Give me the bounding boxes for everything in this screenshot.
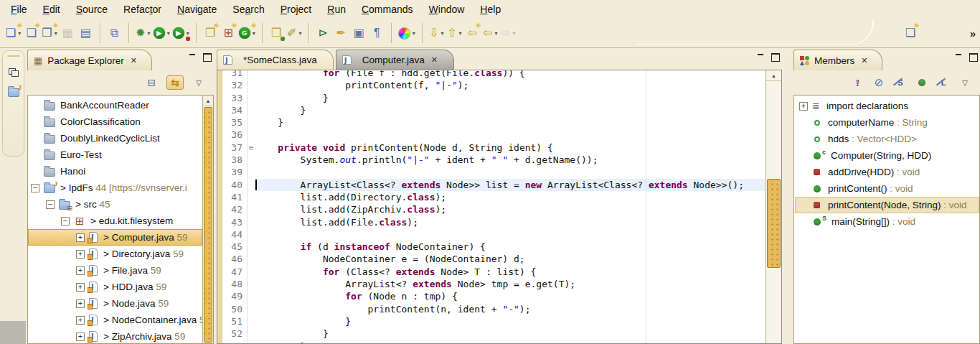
code-line-48[interactable]: 48 ArrayList<? extends Node> tmp = e.get… xyxy=(223,278,765,290)
editor-tab-computer[interactable]: J Computer.java ✕ xyxy=(336,50,454,70)
minimize-icon[interactable] xyxy=(757,53,765,61)
run-external-icon[interactable]: ▶▾ xyxy=(171,23,191,43)
show-whitespace-icon[interactable]: ¶ xyxy=(368,23,386,43)
line-number[interactable]: 34 xyxy=(223,104,248,116)
expand-toggle-icon[interactable]: + xyxy=(76,283,85,292)
link-with-editor-icon[interactable]: ⇆ xyxy=(166,75,184,90)
new-project-icon[interactable]: ❏✦ xyxy=(22,23,40,43)
member-item-computername[interactable]: computerName : String xyxy=(795,114,979,131)
package-explorer-tab[interactable]: ▦ Package Explorer ✕ xyxy=(27,50,152,70)
menu-edit[interactable]: Edit xyxy=(35,1,68,17)
code-line-52[interactable]: 52 } xyxy=(223,327,765,340)
line-number[interactable]: 39 xyxy=(223,166,248,178)
code-line-46[interactable]: 46 NodeContainer e = (NodeContainer) d; xyxy=(223,253,765,265)
maximize-icon[interactable] xyxy=(203,53,212,61)
close-icon[interactable]: ✕ xyxy=(431,55,438,65)
menu-navigate[interactable]: Navigate xyxy=(169,1,225,17)
member-item-adddrive-hdd[interactable]: addDrive(HDD) : void xyxy=(795,164,979,180)
code-line-49[interactable]: 49 for (Node n : tmp) { xyxy=(223,290,765,302)
show-selected-element-icon[interactable]: ▣ xyxy=(350,23,368,43)
code-line-47[interactable]: 47 for (Class<? extends Node> T : list) … xyxy=(223,266,765,278)
code-line-44[interactable]: 44 xyxy=(223,228,765,241)
dropdown-arrow-icon[interactable]: ▾ xyxy=(18,30,21,37)
minimize-icon[interactable] xyxy=(955,53,963,61)
tree-item-src[interactable]: −⊞> src 45 xyxy=(28,196,202,213)
code-line-40[interactable]: 40 ArrayList<Class<? extends Node>> list… xyxy=(223,179,765,191)
copy-resource-icon[interactable]: ⧉ xyxy=(105,23,123,43)
expand-toggle-icon[interactable]: + xyxy=(76,316,85,325)
code-line-38[interactable]: 38 System.out.println("|-" + ident + " "… xyxy=(223,154,765,166)
line-number[interactable]: 36 xyxy=(223,129,248,141)
dropdown-arrow-icon[interactable]: ▾ xyxy=(55,30,57,37)
expand-toggle-icon[interactable]: − xyxy=(31,184,39,192)
fold-marker-icon[interactable]: ⊖ xyxy=(248,141,255,154)
hide-fields-icon[interactable]: ⊘ xyxy=(872,75,885,90)
expand-toggle-icon[interactable]: + xyxy=(799,102,808,111)
dropdown-arrow-icon[interactable]: ▾ xyxy=(187,30,189,37)
line-number[interactable]: 44 xyxy=(223,228,248,241)
code-line-37[interactable]: 37⊖ private void printContent(Node d, St… xyxy=(223,141,765,154)
tree-item-ziparchiv-java[interactable]: +J> ZipArchiv.java 59 xyxy=(28,328,202,343)
line-number[interactable]: 50 xyxy=(223,303,248,315)
back-icon[interactable]: ⇦▾ xyxy=(481,23,499,43)
tree-item-edu-kit-filesystem[interactable]: −⊞> edu.kit.filesystem xyxy=(28,213,202,229)
line-number[interactable]: 33 xyxy=(223,92,248,104)
code-line-33[interactable]: 33 } xyxy=(223,92,765,104)
tree-item-node-java[interactable]: +J> Node.java 59 xyxy=(28,295,202,312)
highlighter-icon[interactable]: ✒ xyxy=(332,23,350,43)
dropdown-arrow-icon[interactable]: ▾ xyxy=(147,30,150,37)
close-icon[interactable]: ✕ xyxy=(861,56,867,65)
quickdiff-ruler[interactable] xyxy=(217,70,222,343)
menu-run[interactable]: Run xyxy=(319,1,354,17)
java-perspective-icon[interactable]: J xyxy=(8,88,19,97)
tree-item-file-java[interactable]: +J> File.java 59 xyxy=(28,262,202,279)
expand-toggle-icon[interactable]: + xyxy=(76,299,85,308)
fast-view-grip[interactable] xyxy=(7,55,20,57)
code-line-50[interactable]: 50 printContent(n, ident + "-"); xyxy=(223,303,765,315)
search-icon[interactable]: ✐▾ xyxy=(286,23,303,43)
dropdown-arrow-icon[interactable]: ▾ xyxy=(413,30,415,37)
tree-item-doublylinkedcycliclist[interactable]: DoublyLinkedCyclicList xyxy=(28,130,202,147)
member-item-printcontent-node-string[interactable]: printContent(Node, String) : void xyxy=(795,197,979,213)
code-line-45[interactable]: 45 if (d instanceof NodeContainer) { xyxy=(223,241,765,253)
forward-icon[interactable]: ⇨▾ xyxy=(499,23,517,43)
line-number[interactable]: 48 xyxy=(223,278,248,290)
code-line-51[interactable]: 51 } xyxy=(223,315,765,327)
code-line-41[interactable]: 41 list.add(Directory.class); xyxy=(223,191,765,203)
menu-file[interactable]: File xyxy=(3,1,35,17)
code-line-34[interactable]: 34 } xyxy=(223,104,765,116)
dropdown-arrow-icon[interactable]: ▾ xyxy=(298,30,301,37)
print-icon[interactable]: ▤ xyxy=(77,23,95,43)
last-edit-location-icon[interactable]: ⇦✦ xyxy=(463,23,481,43)
tree-item-computer-java[interactable]: +J> Computer.java 59 xyxy=(28,229,202,246)
tree-item-ipdfs[interactable]: −J> IpdFs 44 [https://svnserver.i xyxy=(28,180,202,196)
code-line-32[interactable]: 32 printContent(f, "|-"); xyxy=(223,79,765,91)
view-menu-icon[interactable]: ▽ xyxy=(958,75,971,90)
dropdown-arrow-icon[interactable]: ▾ xyxy=(440,30,443,37)
line-number[interactable]: 46 xyxy=(223,253,248,265)
sort-members-icon[interactable] xyxy=(851,75,864,90)
members-tab[interactable]: Members ✕ xyxy=(793,50,882,70)
code-line-39[interactable]: 39 xyxy=(223,166,765,178)
toolbar-overflow-chevron-icon[interactable]: » xyxy=(970,27,974,39)
tree-item-directory-java[interactable]: +J> Directory.java 59 xyxy=(28,246,202,262)
member-item-printcontent[interactable]: printContent() : void xyxy=(795,180,979,197)
expand-toggle-icon[interactable]: − xyxy=(61,217,70,226)
line-number[interactable]: 47 xyxy=(223,266,248,278)
line-number[interactable]: 32 xyxy=(223,79,248,91)
code-line-43[interactable]: 43 list.add(File.class); xyxy=(223,216,765,228)
editor-scrollbar[interactable]: ▲ xyxy=(765,70,781,343)
line-number[interactable]: 40 xyxy=(223,179,248,191)
tree-item-colorclassification[interactable]: ColorClassification xyxy=(28,113,202,130)
package-explorer-scrollbar[interactable]: ▲ xyxy=(202,96,213,343)
code-line-35[interactable]: 35 } xyxy=(223,116,765,129)
tree-item-euro-test[interactable]: Euro-Test xyxy=(28,147,202,163)
color-palette-icon[interactable]: ▾ xyxy=(397,23,417,43)
code-editor[interactable]: 31 for (File f : hdd.get(File.class)) {3… xyxy=(217,70,782,344)
line-number[interactable]: 37 xyxy=(223,141,248,154)
code-line-36[interactable]: 36 xyxy=(223,129,765,141)
restore-views-icon[interactable] xyxy=(9,68,19,77)
menu-refactor[interactable]: Refactor xyxy=(116,1,169,17)
members-list[interactable]: +≣import declarationscomputerName : Stri… xyxy=(795,98,979,343)
expand-toggle-icon[interactable]: + xyxy=(76,333,85,341)
